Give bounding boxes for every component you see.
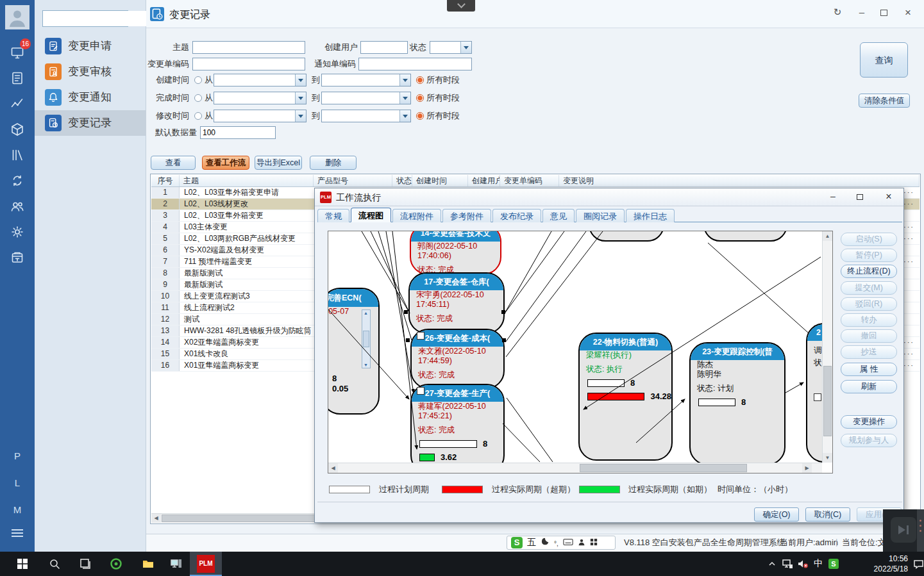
sidebar-item-1[interactable]: 变更审核 <box>35 59 146 85</box>
to-date-select[interactable] <box>321 74 411 86</box>
taskbar-start-icon[interactable] <box>9 552 36 576</box>
chevron-down-icon[interactable] <box>295 92 306 104</box>
dialog-extra-button-0[interactable]: 变更操作 <box>841 415 897 429</box>
taskbar-devices-icon[interactable] <box>163 552 190 576</box>
all-period-radio[interactable] <box>416 112 424 120</box>
ime-moon-icon[interactable] <box>541 537 550 548</box>
flow-node-partial-0[interactable] <box>589 231 664 242</box>
ime-keyboard-icon[interactable] <box>563 537 573 548</box>
dialog-minimize-button[interactable]: – <box>825 191 841 204</box>
clock[interactable]: 10:56 2022/5/18 <box>841 554 908 574</box>
flow-vertical-scrollbar[interactable]: ▲ ▼ <box>822 231 832 463</box>
clear-conditions-button[interactable]: 清除条件值 <box>859 94 910 108</box>
dialog-tab-7[interactable]: 操作日志 <box>626 209 675 222</box>
chevron-down-icon[interactable] <box>399 92 410 104</box>
tray-chevron-up-icon[interactable] <box>764 552 780 576</box>
notification-popup[interactable] <box>883 509 924 552</box>
rail-library-icon[interactable] <box>0 142 35 168</box>
flow-node-n23[interactable]: 23-变更跟踪控制(普陈杰陈明华状态: 计划8 <box>689 342 785 463</box>
notice-code-input[interactable] <box>358 58 472 70</box>
scroll-right-icon[interactable]: ▶ <box>802 463 812 473</box>
default-count-input[interactable] <box>200 126 276 139</box>
dialog-tab-4[interactable]: 发布纪录 <box>492 209 541 222</box>
dialog-side-button-2[interactable]: 终止流程(D) <box>841 265 897 278</box>
close-button[interactable]: × <box>900 6 916 19</box>
flow-diagram[interactable]: 完善ECN(-05-07▲▼80.0514-变更会签-技术文郭阁(2022-05… <box>328 231 822 463</box>
taskbar-browser-icon[interactable] <box>103 552 130 576</box>
status-select[interactable] <box>430 41 472 54</box>
sidebar-item-2[interactable]: 变更通知 <box>35 85 146 110</box>
action-button-1[interactable]: 查看工作流 <box>202 156 249 170</box>
range-radio[interactable] <box>194 112 202 120</box>
taskbar-plm-app[interactable]: PLM <box>190 552 222 576</box>
range-radio[interactable] <box>194 76 202 84</box>
rail-sync-icon[interactable] <box>0 168 35 193</box>
rail-document-icon[interactable] <box>0 65 35 91</box>
flow-horizontal-scrollbar[interactable]: ◀ ▶ <box>328 463 822 473</box>
scroll-down-icon[interactable]: ▼ <box>823 453 832 463</box>
scrollbar-thumb[interactable] <box>823 366 832 436</box>
dialog-side-button-9[interactable]: 刷新 <box>841 380 897 393</box>
node-checkbox[interactable] <box>417 332 424 340</box>
tray-sogou-icon[interactable]: S <box>826 552 841 576</box>
rail-safebox-icon[interactable] <box>0 245 35 270</box>
tray-ime-indicator[interactable]: 中 <box>811 552 826 576</box>
flow-node-n17[interactable]: 17-变更会签-仓库(宋宇勇(2022-05-1017:45:11)状态: 完成 <box>408 272 505 334</box>
ime-toolbar[interactable]: S 五 °, <box>507 536 616 550</box>
scrollbar-thumb[interactable] <box>580 464 747 472</box>
refresh-icon[interactable]: ↻ <box>830 6 845 18</box>
dialog-tab-5[interactable]: 意见 <box>542 209 575 222</box>
from-date-select[interactable] <box>214 74 307 86</box>
chevron-down-icon[interactable] <box>295 110 306 122</box>
tray-notification-icon[interactable] <box>911 552 924 576</box>
scroll-left-icon[interactable]: ◀ <box>328 463 338 473</box>
column-header-2[interactable]: 产品型号 <box>314 175 392 186</box>
dialog-tab-2[interactable]: 流程附件 <box>392 209 441 222</box>
ime-punct-icon[interactable]: °, <box>554 537 559 548</box>
media-skip-icon[interactable] <box>891 517 916 543</box>
dialog-footer-button-0[interactable]: 确定(O) <box>754 507 799 522</box>
tray-network-icon[interactable] <box>780 552 795 576</box>
all-period-radio[interactable] <box>416 76 424 84</box>
to-date-select[interactable] <box>321 92 411 104</box>
from-date-select[interactable] <box>214 110 307 122</box>
action-button-2[interactable]: 导出到Excel <box>255 156 302 170</box>
to-date-select[interactable] <box>321 110 411 122</box>
all-period-radio[interactable] <box>416 94 424 102</box>
minimize-button[interactable]: – <box>854 6 869 17</box>
sidebar-item-3[interactable]: 变更记录 <box>35 110 146 136</box>
dialog-titlebar[interactable]: PLM 工作流执行 – × <box>315 188 903 206</box>
rail-cube-icon[interactable] <box>0 117 35 142</box>
rail-monitor-icon[interactable]: 16 <box>0 40 35 65</box>
dialog-footer-button-1[interactable]: 取消(C) <box>805 507 850 522</box>
flow-node-partial-1[interactable] <box>703 231 787 242</box>
subject-input[interactable] <box>192 41 305 54</box>
node-checkbox[interactable] <box>814 393 821 401</box>
hamburger-menu-icon[interactable] <box>12 529 23 537</box>
taskbar-taskview-icon[interactable] <box>72 552 99 576</box>
column-header-3[interactable]: 状态 <box>392 175 412 186</box>
dialog-tab-6[interactable]: 圈阅记录 <box>576 209 625 222</box>
flow-node-n14[interactable]: 14-变更会签-技术文郭阁(2022-05-1017:40:06)状态: 完成 <box>410 231 501 275</box>
query-button[interactable]: 查询 <box>860 42 908 78</box>
from-date-select[interactable] <box>214 92 307 104</box>
flow-node-n22[interactable]: 22-物料切换(普通)梁耀祥(执行)状态: 执行834.28 <box>578 333 673 461</box>
flow-node-n26[interactable]: 26-变更会签-成本(来文雅(2022-05-1017:44:59)状态: 完成 <box>410 329 505 389</box>
column-header-4[interactable]: 创建时间 <box>412 175 468 186</box>
dialog-side-button-8[interactable]: 属 性 <box>841 363 897 376</box>
ime-mode[interactable]: 五 <box>527 537 536 548</box>
node-checkbox[interactable] <box>417 387 424 395</box>
scroll-left-icon[interactable]: ◀ <box>151 514 161 523</box>
chevron-down-icon[interactable] <box>399 74 410 86</box>
dialog-close-button[interactable]: × <box>880 191 897 204</box>
dialog-tab-0[interactable]: 常规 <box>317 209 349 222</box>
column-header-1[interactable]: 主题 <box>180 175 314 186</box>
sidebar-search-input[interactable] <box>43 11 161 26</box>
collapse-panel-button[interactable] <box>447 0 475 12</box>
rail-users-icon[interactable] <box>0 193 35 219</box>
dialog-maximize-button[interactable] <box>857 194 863 200</box>
taskbar-search-icon[interactable] <box>41 552 68 576</box>
action-button-0[interactable]: 查看 <box>151 156 196 170</box>
rail-chart-icon[interactable] <box>0 91 35 117</box>
dialog-tab-1[interactable]: 流程图 <box>351 208 391 222</box>
